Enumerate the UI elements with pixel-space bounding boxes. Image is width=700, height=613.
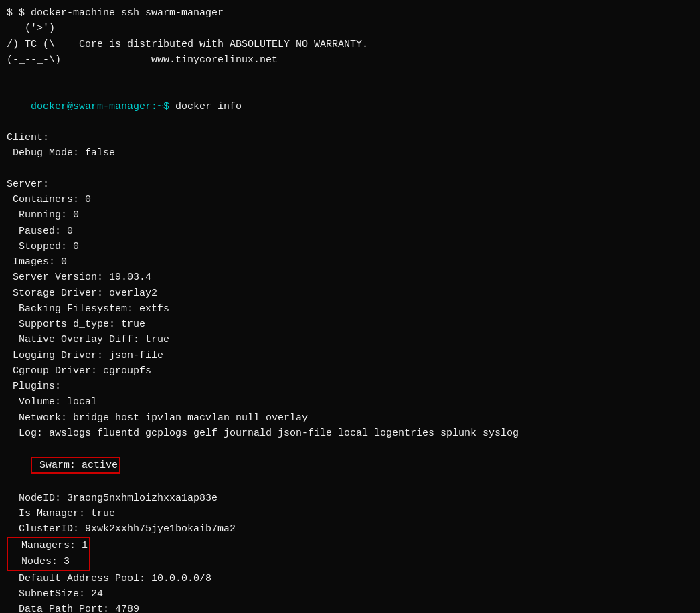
subnet-size-line: SubnetSize: 24	[7, 586, 693, 602]
logging-driver-line: Logging Driver: json-file	[7, 348, 693, 363]
ascii-art-3: (-_--_-\) www.tinycorelinux.net	[7, 52, 693, 68]
command-text: docker info	[169, 101, 242, 112]
blank-line-1	[7, 68, 693, 83]
cmd-line: $ $ docker-machine ssh swarm-manager	[7, 5, 693, 21]
stopped-line: Stopped: 0	[7, 239, 693, 254]
prompt-user: docker@swarm-manager:~$	[31, 101, 169, 112]
storage-driver-line: Storage Driver: overlay2	[7, 286, 693, 301]
nodeid-line: NodeID: 3raong5nxhmloizhxxa1ap83e	[7, 491, 693, 506]
plugins-label: Plugins:	[7, 379, 693, 394]
blank-line-2	[7, 161, 693, 177]
log-line: Log: awslogs fluentd gcplogs gelf journa…	[7, 426, 693, 441]
ascii-art-1: ('>')	[7, 21, 693, 36]
swarm-active-highlight: Swarm: active	[31, 457, 120, 474]
server-version-line: Server Version: 19.03.4	[7, 270, 693, 285]
network-line: Network: bridge host ipvlan macvlan null…	[7, 410, 693, 426]
volume-line: Volume: local	[7, 394, 693, 410]
managers-line: Managers: 1	[9, 538, 88, 553]
server-label: Server:	[7, 177, 693, 192]
backing-fs-line: Backing Filesystem: extfs	[7, 301, 693, 317]
terminal-window: $ $ docker-machine ssh swarm-manager ('>…	[0, 0, 700, 613]
ascii-art-2: /) TC (\ Core is distributed with ABSOLU…	[7, 37, 693, 52]
clusterid-line: ClusterID: 9xwk2xxhh75jye1bokaib7ma2	[7, 521, 693, 537]
prompt-symbol: $	[7, 7, 19, 19]
paused-line: Paused: 0	[7, 224, 693, 239]
running-line: Running: 0	[7, 207, 693, 223]
is-manager-line: Is Manager: true	[7, 506, 693, 521]
swarm-line: Swarm: active	[7, 442, 693, 490]
default-addr-line: Default Address Pool: 10.0.0.0/8	[7, 571, 693, 586]
debug-mode: Debug Mode: false	[7, 145, 693, 161]
supports-dtype-line: Supports d_type: true	[7, 317, 693, 332]
images-line: Images: 0	[7, 254, 693, 270]
containers-line: Containers: 0	[7, 192, 693, 207]
native-overlay-line: Native Overlay Diff: true	[7, 332, 693, 347]
prompt-line: docker@swarm-manager:~$ docker info	[7, 83, 693, 130]
cgroup-driver-line: Cgroup Driver: cgroupfs	[7, 363, 693, 379]
client-label: Client:	[7, 130, 693, 145]
nodes-line: Nodes: 3	[9, 554, 88, 570]
data-path-port-line: Data Path Port: 4789	[7, 602, 693, 613]
managers-nodes-highlight: Managers: 1 Nodes: 3	[7, 537, 90, 571]
